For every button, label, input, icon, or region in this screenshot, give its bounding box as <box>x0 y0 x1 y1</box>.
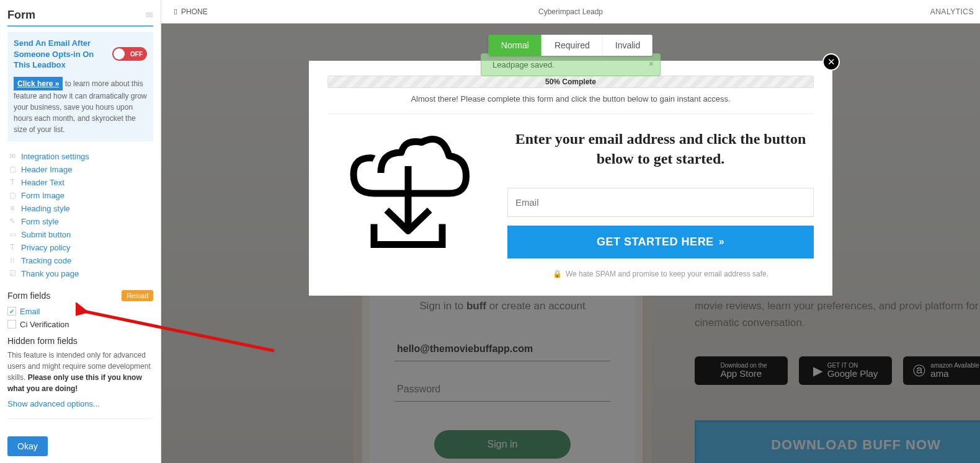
saved-toast: Leadpage saved. × <box>481 53 661 76</box>
lines-icon: ≡ <box>7 204 17 213</box>
page-title: Cyberimpact Leadp <box>538 7 603 16</box>
image-icon: ▢ <box>7 191 17 200</box>
checkbox-unchecked-icon <box>7 320 16 329</box>
menu-form-image[interactable]: ▢Form Image <box>7 189 153 202</box>
progress-text: 50% Complete <box>541 77 600 86</box>
field-ci-verification[interactable]: Ci Verification <box>7 318 153 331</box>
menu-tracking-code[interactable]: ⁞⁞Tracking code <box>7 254 153 267</box>
modal-subtext: Almost there! Please complete this form … <box>327 94 814 114</box>
hidden-fields-description: This feature is intended only for advanc… <box>7 347 153 397</box>
okay-button[interactable]: Okay <box>7 436 48 456</box>
menu-heading-style[interactable]: ≡Heading style <box>7 202 153 215</box>
settings-menu: ✉Integration settings ▢Header Image THea… <box>7 148 153 285</box>
form-sidebar: Form ✉ Send An Email After Someone Opts-… <box>0 0 161 463</box>
form-fields-header: Form fields Reload <box>7 285 153 305</box>
menu-header-image[interactable]: ▢Header Image <box>7 163 153 176</box>
menu-submit-button[interactable]: ▭Submit button <box>7 228 153 241</box>
checkbox-checked-icon: ✔ <box>7 307 16 315</box>
menu-privacy-policy[interactable]: TPrivacy policy <box>7 241 153 254</box>
check-icon: ☑ <box>7 269 17 278</box>
image-icon: ▢ <box>7 165 17 174</box>
toast-close-icon[interactable]: × <box>649 59 654 69</box>
menu-integration-settings[interactable]: ✉Integration settings <box>7 150 153 163</box>
sidebar-title: Form ✉ <box>7 5 153 27</box>
chevron-right-icon: » <box>719 236 724 247</box>
text-icon: T <box>7 243 17 252</box>
phone-view-tab[interactable]: ▯ PHONE <box>161 7 220 16</box>
main-canvas: ▯ PHONE Cyberimpact Leadp ANALYTICS ••••… <box>161 0 980 463</box>
analytics-link[interactable]: ANALYTICS <box>930 7 974 16</box>
envelope-icon: ✉ <box>7 152 17 161</box>
reload-button[interactable]: Reload <box>122 290 153 301</box>
menu-thank-you-page[interactable]: ☑Thank you page <box>7 267 153 280</box>
phone-icon: ▯ <box>174 7 177 15</box>
hidden-fields-header: Hidden form fields <box>7 331 153 347</box>
optin-toggle-label: Send An Email After Someone Opts-in On T… <box>14 38 112 71</box>
tab-required[interactable]: Required <box>541 35 602 56</box>
download-icon <box>327 125 489 262</box>
optin-toggle[interactable]: OFF <box>112 47 147 61</box>
lock-icon: 🔒 <box>553 270 562 278</box>
form-state-tabs: Normal Required Invalid <box>489 35 653 56</box>
modal-heading: Enter your email address and click the b… <box>507 129 814 169</box>
tab-invalid[interactable]: Invalid <box>602 35 653 56</box>
mail-icon: ✉ <box>146 10 153 20</box>
sliders-icon: ⁞⁞ <box>7 256 17 265</box>
menu-header-text[interactable]: THeader Text <box>7 176 153 189</box>
show-advanced-link[interactable]: Show advanced options... <box>7 397 100 411</box>
form-fields-list: ✔Email Ci Verification <box>7 305 153 331</box>
divider <box>7 418 153 419</box>
close-icon[interactable]: ✕ <box>822 53 840 71</box>
spam-note: 🔒 We hate SPAM and promise to keep your … <box>507 270 814 278</box>
click-here-link[interactable]: Click here » <box>14 77 63 90</box>
get-started-button[interactable]: GET STARTED HERE» <box>507 226 814 258</box>
progress-bar: 50% Complete <box>327 76 814 88</box>
optin-box: Send An Email After Someone Opts-in On T… <box>7 32 153 141</box>
field-email[interactable]: ✔Email <box>7 305 153 318</box>
tab-normal[interactable]: Normal <box>489 35 541 56</box>
top-bar: ▯ PHONE Cyberimpact Leadp ANALYTICS <box>161 0 980 24</box>
pencil-icon: ✎ <box>7 217 17 226</box>
email-input[interactable] <box>507 188 814 217</box>
menu-form-style[interactable]: ✎Form style <box>7 215 153 228</box>
page-preview: •••••ᯤ Sign in to buff or create an acco… <box>161 24 980 463</box>
button-icon: ▭ <box>7 230 17 239</box>
leadbox-modal: ✕ 50% Complete Almost there! Please comp… <box>309 61 832 296</box>
text-icon: T <box>7 178 17 187</box>
